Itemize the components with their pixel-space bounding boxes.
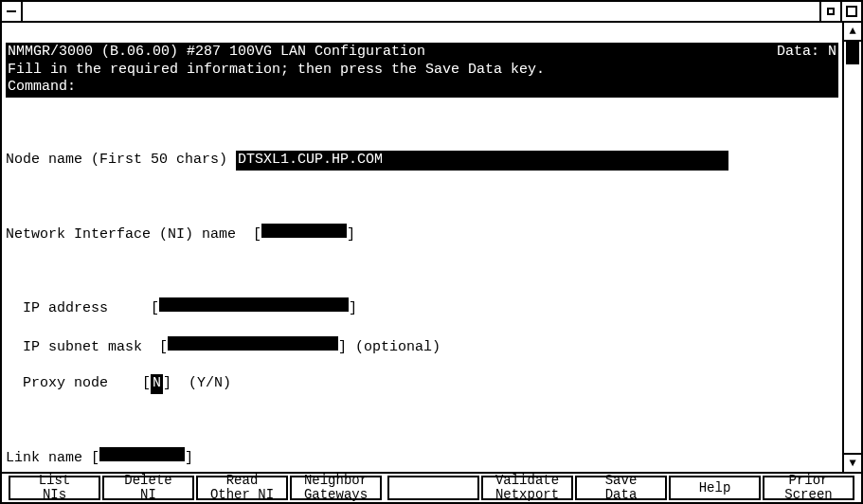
- ip-address-field[interactable]: [159, 297, 349, 312]
- link-name-field[interactable]: [99, 447, 185, 461]
- data-flag: Data: N: [777, 44, 836, 62]
- softkey-f7[interactable]: SaveData: [575, 476, 667, 500]
- ni-field[interactable]: [261, 224, 347, 238]
- softkey-bar: ListNIs DeleteNI ReadOther NI NeighborGa…: [2, 472, 861, 502]
- scroll-down-icon[interactable]: ▼: [844, 453, 861, 472]
- header-block: NMMGR/3000 (B.06.00) #287 100VG LAN Conf…: [6, 43, 838, 98]
- app-title: NMMGR/3000 (B.06.00) #287 100VG LAN Conf…: [8, 44, 425, 62]
- maximize-icon[interactable]: [840, 2, 861, 21]
- window-menu-icon[interactable]: [2, 2, 23, 21]
- softkey-f2[interactable]: DeleteNI: [102, 476, 194, 500]
- proxy-label: Proxy node: [23, 375, 108, 391]
- softkey-f4[interactable]: NeighborGateways: [290, 476, 382, 500]
- softkey-f9[interactable]: PriorScreen: [763, 476, 854, 500]
- softkey-f5[interactable]: [387, 476, 479, 500]
- scroll-track[interactable]: [844, 42, 861, 453]
- command-label[interactable]: Command:: [8, 79, 836, 97]
- ip-subnet-field[interactable]: [168, 336, 338, 351]
- node-name-label: Node name (First 50 chars): [6, 152, 227, 168]
- minimize-icon[interactable]: [819, 2, 840, 21]
- ip-address-label: IP address: [23, 300, 108, 316]
- scroll-up-icon[interactable]: ▲: [844, 23, 861, 42]
- titlebar: [2, 2, 861, 23]
- link-name-label: Link name: [6, 450, 82, 466]
- terminal-content: NMMGR/3000 (B.06.00) #287 100VG LAN Conf…: [2, 23, 842, 472]
- window-frame: NMMGR/3000 (B.06.00) #287 100VG LAN Conf…: [0, 0, 863, 504]
- ni-label: Network Interface (NI) name: [6, 226, 236, 243]
- proxy-field[interactable]: N: [151, 374, 163, 394]
- softkey-f8[interactable]: Help: [669, 476, 761, 500]
- softkey-f6[interactable]: ValidateNetxport: [481, 476, 573, 500]
- ip-subnet-suffix: (optional): [355, 339, 440, 355]
- softkey-f3[interactable]: ReadOther NI: [196, 476, 288, 500]
- proxy-yn: (Y/N): [189, 375, 231, 391]
- node-name-field[interactable]: DTSXL1.CUP.HP.COM: [236, 151, 728, 171]
- scroll-thumb[interactable]: [846, 42, 859, 64]
- softkey-f1[interactable]: ListNIs: [9, 476, 100, 500]
- instruction-text: Fill in the required information; then p…: [8, 62, 836, 80]
- ip-subnet-label: IP subnet mask: [23, 339, 142, 355]
- vertical-scrollbar[interactable]: ▲ ▼: [842, 23, 861, 472]
